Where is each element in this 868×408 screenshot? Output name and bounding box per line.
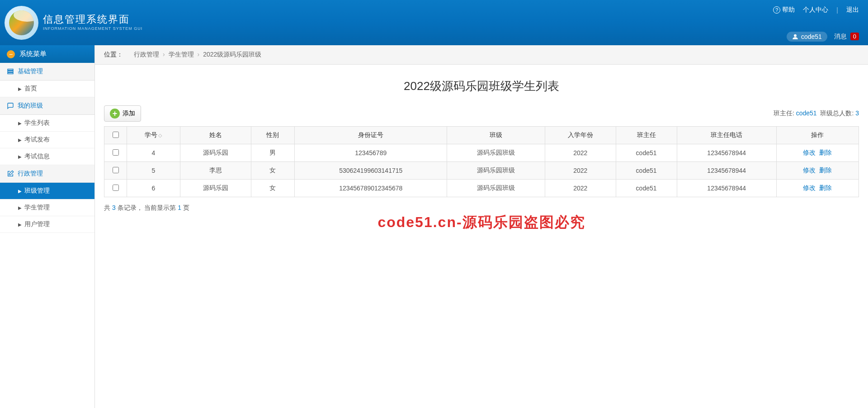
arrow-right-icon: ▶ (18, 222, 22, 227)
cell-gender: 女 (251, 162, 295, 180)
cell-name: 源码乐园 (180, 144, 251, 162)
menu-section[interactable]: 我的班级 (0, 97, 94, 115)
column-header[interactable]: 班级 (447, 127, 545, 144)
cell-idcard: 123456789 (295, 144, 447, 162)
collapse-icon[interactable]: − (7, 50, 15, 58)
column-header[interactable]: 班主任 (616, 127, 677, 144)
help-icon: ? (773, 6, 780, 14)
total-count: 3 (855, 109, 859, 117)
breadcrumb: 位置： 行政管理›学生管理›2022级源码乐园班级 (95, 45, 868, 65)
svg-rect-1 (8, 69, 13, 71)
column-header[interactable]: 操作 (776, 127, 859, 144)
menu-item[interactable]: ▶学生列表 (0, 115, 94, 132)
cell-year: 2022 (545, 162, 616, 180)
cell-gender: 男 (251, 144, 295, 162)
cell-name: 源码乐园 (180, 180, 251, 197)
breadcrumb-item[interactable]: 2022级源码乐园班级 (203, 51, 261, 58)
edit-icon (7, 170, 14, 177)
class-info: 班主任: code51 班级总人数: 3 (774, 109, 859, 118)
chat-icon (7, 102, 14, 109)
add-button[interactable]: + 添加 (104, 105, 141, 122)
app-title: 信息管理系统界面 (43, 13, 142, 26)
user-center-link[interactable]: 个人中心 (803, 6, 828, 14)
logo-area: 信息管理系统界面 INFORMATION MANAGEMENT SYSTEM G… (5, 4, 142, 40)
help-link[interactable]: ?帮助 (773, 6, 795, 14)
logout-link[interactable]: 退出 (846, 6, 859, 14)
header: 信息管理系统界面 INFORMATION MANAGEMENT SYSTEM G… (0, 0, 868, 45)
cell-idcard: 530624199603141715 (295, 162, 447, 180)
column-header[interactable]: 班主任电话 (677, 127, 776, 144)
cell-class: 源码乐园班级 (447, 180, 545, 197)
column-header[interactable]: 性别 (251, 127, 295, 144)
menu-item[interactable]: ▶考试信息 (0, 148, 94, 165)
edit-link[interactable]: 修改 (803, 184, 816, 191)
svg-rect-3 (8, 73, 13, 74)
delete-link[interactable]: 删除 (819, 166, 832, 174)
svg-point-0 (794, 34, 797, 37)
cell-id: 6 (127, 180, 180, 197)
menu-section[interactable]: 行政管理 (0, 165, 94, 183)
table-row: 5李思女530624199603141715源码乐园班级2022code5112… (104, 162, 859, 180)
column-header[interactable]: 学号◇ (127, 127, 180, 144)
cell-class: 源码乐园班级 (447, 144, 545, 162)
delete-link[interactable]: 删除 (819, 149, 832, 156)
arrow-right-icon: ▶ (18, 86, 22, 91)
cell-id: 4 (127, 144, 180, 162)
plus-icon: + (110, 109, 120, 119)
cell-year: 2022 (545, 144, 616, 162)
cell-id: 5 (127, 162, 180, 180)
top-links: ?帮助 个人中心 | 退出 (773, 4, 859, 14)
sort-icon: ◇ (158, 133, 162, 138)
cell-idcard: 123456789012345678 (295, 180, 447, 197)
message-count: 0 (850, 33, 859, 40)
cell-teacher: code51 (616, 144, 677, 162)
cell-phone: 12345678944 (677, 180, 776, 197)
arrow-right-icon: ▶ (18, 189, 22, 194)
menu-item[interactable]: ▶学生管理 (0, 199, 94, 216)
column-header[interactable]: 姓名 (180, 127, 251, 144)
menu-item[interactable]: ▶考试发布 (0, 132, 94, 148)
cell-year: 2022 (545, 180, 616, 197)
user-icon (792, 33, 798, 40)
cell-phone: 12345678944 (677, 144, 776, 162)
pagination: 共 3 条记录， 当前显示第 1 页 (104, 197, 859, 219)
table-row: 6源码乐园女123456789012345678源码乐园班级2022code51… (104, 180, 859, 197)
cell-teacher: code51 (616, 180, 677, 197)
arrow-right-icon: ▶ (18, 121, 22, 126)
delete-link[interactable]: 删除 (819, 184, 832, 191)
app-subtitle: INFORMATION MANAGEMENT SYSTEM GUI (43, 26, 142, 31)
cell-name: 李思 (180, 162, 251, 180)
arrow-right-icon: ▶ (18, 205, 22, 210)
row-checkbox[interactable] (113, 185, 119, 191)
menu-header: − 系统菜单 (0, 45, 94, 63)
arrow-right-icon: ▶ (18, 154, 22, 159)
table-row: 4源码乐园男123456789源码乐园班级2022code51123456789… (104, 144, 859, 162)
menu-item[interactable]: ▶用户管理 (0, 216, 94, 233)
edit-link[interactable]: 修改 (803, 149, 816, 156)
cell-gender: 女 (251, 180, 295, 197)
svg-rect-2 (8, 71, 13, 72)
menu-section[interactable]: 基础管理 (0, 63, 94, 81)
cell-phone: 12345678944 (677, 162, 776, 180)
list-icon (7, 68, 14, 75)
breadcrumb-item[interactable]: 行政管理 (134, 51, 159, 58)
teacher-link[interactable]: code51 (796, 109, 817, 117)
logo-icon (5, 6, 38, 40)
page-title: 2022级源码乐园班级学生列表 (104, 71, 859, 101)
user-badge[interactable]: code51 (787, 32, 827, 42)
message-link[interactable]: 消息 0 (834, 33, 859, 41)
menu-item[interactable]: ▶首页 (0, 81, 94, 97)
cell-teacher: code51 (616, 162, 677, 180)
breadcrumb-item[interactable]: 学生管理 (169, 51, 194, 58)
content: 位置： 行政管理›学生管理›2022级源码乐园班级 2022级源码乐园班级学生列… (95, 45, 868, 408)
student-table: 学号◇姓名性别身份证号班级入学年份班主任班主任电话操作 4源码乐园男123456… (104, 126, 859, 197)
edit-link[interactable]: 修改 (803, 166, 816, 174)
row-checkbox[interactable] (113, 167, 119, 173)
row-checkbox[interactable] (113, 149, 119, 156)
sidebar: − 系统菜单 基础管理▶首页我的班级▶学生列表▶考试发布▶考试信息行政管理▶班级… (0, 45, 95, 408)
arrow-right-icon: ▶ (18, 138, 22, 142)
column-header[interactable]: 身份证号 (295, 127, 447, 144)
column-header[interactable]: 入学年份 (545, 127, 616, 144)
menu-item[interactable]: ▶班级管理 (0, 183, 94, 199)
select-all-checkbox[interactable] (113, 132, 119, 138)
